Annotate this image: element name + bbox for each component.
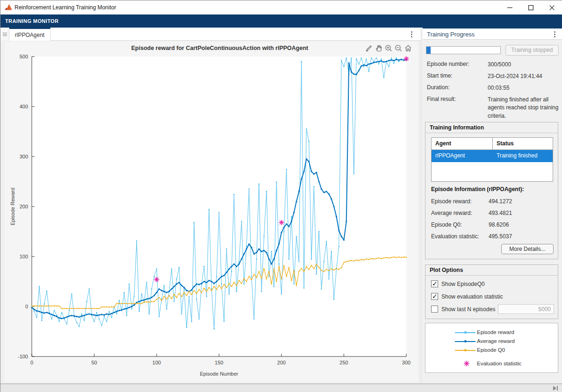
show-episodeq0-label: Show EpisodeQ0 [441,281,485,287]
legend-item-evaluation-statistic: Evaluation statistic [425,361,559,367]
x-tick-label: 300 [402,360,411,365]
figure-panel: Episode reward for CartPoleContinuousAct… [5,42,418,382]
evaluation-asterisk-icon [463,360,470,367]
y-axis-label: Episode Reward [10,188,15,226]
x-tick-label: 200 [277,360,286,365]
window-title: Reinforcement Learning Training Monitor [14,4,116,11]
y-tick-label: -100 [18,354,28,359]
show-evaluation-option[interactable]: Show evaluation statistic [431,293,503,300]
plot-area[interactable] [32,57,406,356]
episode-q0-value: 98.6206 [489,221,509,228]
training-stopped-button[interactable]: Training stopped [505,45,559,56]
average-reward-dot [464,340,467,342]
y-tick-label: 500 [20,54,28,59]
episode-reward-dot [464,331,467,334]
evaluation-statistic-label: Evaluation statistic: [431,233,479,240]
training-progress-panel: Training Progress Training stopped Episo… [423,28,562,384]
y-tick-label: 200 [20,204,28,209]
x-tick-label: 0 [30,360,33,365]
more-details-button[interactable]: More Details... [501,244,554,254]
figure-menu-icon[interactable] [411,31,412,37]
training-information-header: Training Information [425,122,558,133]
duration-value: 00:03:55 [488,84,559,92]
legend-label: Episode Q0 [477,347,505,353]
x-axis-label: Episode Number [200,371,238,377]
document-tab-bar: rlPPOAgent [0,28,421,41]
table-row[interactable]: rlPPOAgent Training finished [432,150,553,162]
agent-cell: rlPPOAgent [432,150,493,162]
legend-label: Evaluation statistic [477,361,521,366]
column-header-status: Status [493,138,553,150]
show-last-n-label: Show last N episodes [441,306,495,313]
training-progress-bar [426,46,501,54]
maximize-button[interactable] [520,0,541,14]
tab-rlppoagent[interactable]: rlPPOAgent [9,28,50,41]
episode-reward-label: Episode reward: [431,198,472,205]
legend-label: Average reward [477,338,515,344]
start-time-value: 23-Oct-2024 19:41:44 [488,72,559,80]
episode-information-header: Episode Information (rlPPOAgent): [431,186,524,192]
ribbon-bar: TRAINING MONITOR [0,14,562,28]
legend-label: Episode reward [477,329,514,335]
progress-fill [426,47,431,54]
y-tick-label: 100 [20,254,28,259]
episode-q0-label: Episode Q0: [431,221,462,228]
chart-legend: Episode reward Average reward Episode Q0… [425,323,558,373]
show-last-n-checkbox[interactable] [431,306,438,313]
x-tick-label: 50 [91,360,97,365]
show-episodeq0-option[interactable]: Show EpisodeQ0 [431,280,485,287]
panel-header: Training Progress [423,29,562,40]
x-tick-label: 100 [152,360,161,365]
show-episodeq0-checkbox[interactable] [431,280,438,287]
episode-reward-value: 494.1272 [489,198,512,205]
average-reward-label: Average reward: [431,210,472,216]
episode-number-label: Episode number: [427,61,469,67]
y-tick-label: 0 [25,304,28,309]
status-bar [0,384,562,392]
close-button[interactable] [541,0,562,14]
episode-number-value: 300/5000 [488,61,559,69]
legend-item-average-reward: Average reward [425,338,559,345]
legend-item-episode-q0: Episode Q0 [425,347,559,354]
column-header-agent: Agent [432,138,493,150]
x-tick-label: 150 [215,360,223,365]
tab-list-icon[interactable] [0,28,9,41]
panel-title: Training Progress [427,31,475,38]
training-information-section: Training Information Agent Status rlPPOA… [425,122,558,259]
episode-q0-dot [464,349,467,351]
table-header-row: Agent Status [432,138,553,150]
reward-chart[interactable]: -1000100200300400500050100150200250300Ep… [5,42,418,382]
collapse-panel-icon[interactable] [552,385,559,391]
evaluation-statistic-value: 495.5037 [489,233,512,240]
status-cell: Training finished [493,150,553,162]
duration-label: Duration: [427,84,450,91]
plot-options-header: Plot Options [425,265,558,276]
legend-item-episode-reward: Episode reward [425,329,559,336]
start-time-label: Start time: [427,72,453,79]
figure-workspace: Episode reward for CartPoleContinuousAct… [0,41,421,384]
x-tick-label: 250 [339,360,348,365]
app-window: Reinforcement Learning Training Monitor … [0,0,562,392]
y-tick-label: 300 [20,154,28,159]
average-reward-value: 493.4821 [489,210,512,216]
final-result-label: Final result: [427,96,456,102]
final-result-value: Training finished after all agents reach… [488,96,559,120]
y-tick-label: 400 [20,104,28,109]
minimize-button[interactable] [499,0,520,14]
last-n-episodes-input[interactable] [498,304,554,314]
matlab-logo-icon [5,4,13,11]
show-last-n-option[interactable]: Show last N episodes [431,306,495,313]
show-evaluation-checkbox[interactable] [431,293,438,300]
panel-menu-icon[interactable] [554,31,555,37]
show-evaluation-label: Show evaluation statistic [441,293,503,300]
agent-status-table: Agent Status rlPPOAgent Training finishe… [431,137,553,182]
title-bar: Reinforcement Learning Training Monitor [0,0,562,14]
plot-options-section: Plot Options Show EpisodeQ0 Show evaluat… [425,264,558,319]
ribbon-tab-training-monitor[interactable]: TRAINING MONITOR [5,18,58,24]
